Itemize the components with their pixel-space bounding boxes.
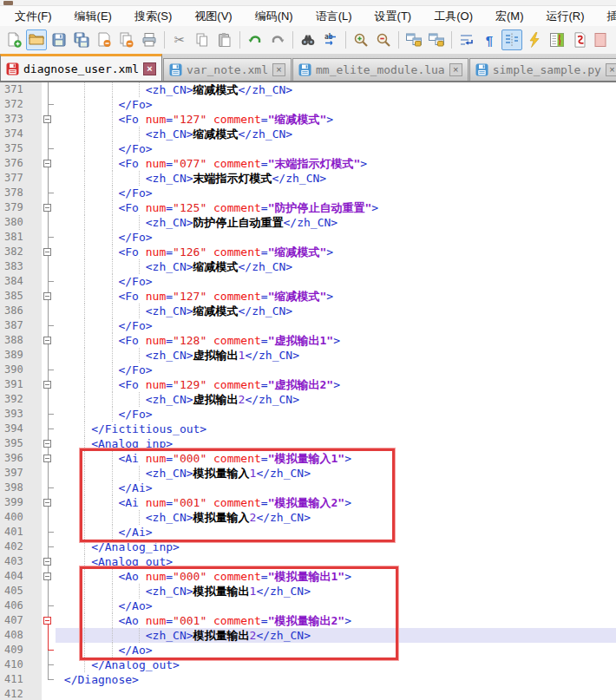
current-line-text[interactable]: <zh_CN>模拟量输出2</zh_CN> xyxy=(56,628,616,643)
cut-icon[interactable]: ✂ xyxy=(169,29,190,50)
fold-margin[interactable] xyxy=(42,525,56,540)
find-icon[interactable] xyxy=(298,29,318,50)
fold-toggle-icon[interactable] xyxy=(43,337,51,344)
fold-margin[interactable] xyxy=(42,259,56,274)
show-all-characters-icon[interactable]: ¶ xyxy=(479,29,500,50)
fold-margin[interactable] xyxy=(42,127,56,141)
code-text[interactable]: </Ao> xyxy=(56,643,616,657)
fold-margin[interactable] xyxy=(42,215,56,230)
fold-margin[interactable] xyxy=(42,628,56,643)
redo-icon[interactable] xyxy=(267,29,288,50)
tab-close-icon[interactable]: × xyxy=(272,63,285,76)
fold-toggle-icon[interactable] xyxy=(43,440,51,448)
menu-item[interactable]: 工具(O) xyxy=(423,7,484,26)
fold-margin[interactable] xyxy=(42,510,56,525)
fold-margin[interactable] xyxy=(42,304,56,318)
print-icon[interactable] xyxy=(139,29,160,50)
tab-close-icon[interactable]: × xyxy=(606,63,616,76)
code-text[interactable]: </Ai> xyxy=(56,525,616,540)
menu-item[interactable]: 宏(M) xyxy=(484,7,535,26)
macro-record-icon[interactable] xyxy=(569,29,590,50)
fold-margin[interactable] xyxy=(42,495,56,510)
fold-margin[interactable] xyxy=(42,422,56,436)
code-text[interactable]: <Fo num="127" comment="缩减模式"> xyxy=(56,289,616,304)
code-text[interactable]: <zh_CN>末端指示灯模式</zh_CN> xyxy=(56,171,616,186)
code-text[interactable]: </Ao> xyxy=(56,599,616,613)
code-text[interactable]: </Fo> xyxy=(56,230,616,245)
fold-toggle-icon[interactable] xyxy=(43,381,51,389)
fold-margin[interactable] xyxy=(42,643,56,657)
replace-icon[interactable]: ab xyxy=(320,29,341,50)
fold-margin[interactable] xyxy=(42,657,56,672)
code-text[interactable]: <Fo num="128" comment="虚拟输出1"> xyxy=(56,333,616,348)
menu-item[interactable]: 语言(L) xyxy=(305,7,364,26)
fold-margin[interactable] xyxy=(42,481,56,495)
code-text[interactable]: <zh_CN>模拟量输出1</zh_CN> xyxy=(56,584,616,599)
zoom-in-icon[interactable] xyxy=(351,29,371,50)
fold-margin[interactable] xyxy=(42,186,56,200)
code-text[interactable]: <Fo num="077" comment="末端指示灯模式"> xyxy=(56,156,616,171)
word-wrap-icon[interactable] xyxy=(456,29,477,50)
fold-margin[interactable] xyxy=(42,672,56,687)
tab-mm_elite_module.lua[interactable]: mm_elite_module.lua× xyxy=(292,58,469,81)
fold-toggle-icon[interactable] xyxy=(43,160,51,167)
fold-margin[interactable] xyxy=(42,392,56,407)
menu-item[interactable]: 编辑(E) xyxy=(63,7,123,26)
code-text[interactable]: </Diagnose> xyxy=(56,672,616,687)
new-file-icon[interactable] xyxy=(3,29,24,50)
paste-icon[interactable] xyxy=(214,29,235,50)
fold-margin[interactable] xyxy=(42,171,56,186)
tab-close-icon[interactable]: × xyxy=(143,62,156,75)
tab-simple_sample.py[interactable]: simple_sample.py× xyxy=(469,58,616,81)
code-text[interactable]: </Fo> xyxy=(56,97,616,112)
code-text[interactable]: <zh_CN>模拟量输入2</zh_CN> xyxy=(56,510,616,525)
code-text[interactable]: <Fo num="126" comment="缩减模式"> xyxy=(56,245,616,259)
fold-margin[interactable] xyxy=(42,318,56,333)
close-icon[interactable] xyxy=(94,29,115,50)
menu-item[interactable]: 搜索(S) xyxy=(123,7,183,26)
fold-toggle-icon[interactable] xyxy=(43,499,51,507)
code-text[interactable]: <Fo num="127" comment="缩减模式"> xyxy=(56,112,616,127)
code-text[interactable]: <Analog_inp> xyxy=(56,436,616,451)
tab-var_note.xml[interactable]: var_note.xml× xyxy=(163,58,292,81)
fold-margin[interactable] xyxy=(42,348,56,363)
copy-icon[interactable] xyxy=(192,29,213,50)
menu-item[interactable]: 编码(N) xyxy=(244,7,305,26)
code-text[interactable] xyxy=(56,687,616,700)
save-all-icon[interactable] xyxy=(71,29,92,50)
fold-margin[interactable] xyxy=(42,599,56,613)
fold-margin[interactable] xyxy=(42,436,56,451)
fold-toggle-icon[interactable] xyxy=(43,455,51,462)
fold-margin[interactable] xyxy=(42,230,56,245)
show-indent-guide-icon[interactable] xyxy=(501,29,522,50)
code-text[interactable]: </Fo> xyxy=(56,186,616,200)
code-text[interactable]: <Ai num="001" comment="模拟量输入2"> xyxy=(56,495,616,510)
fold-margin[interactable] xyxy=(42,112,56,127)
code-text[interactable]: <Ao num="000" comment="模拟量输出1"> xyxy=(56,569,616,584)
code-text[interactable]: <zh_CN>缩减模式</zh_CN> xyxy=(56,304,616,318)
fold-margin[interactable] xyxy=(42,141,56,156)
fold-margin[interactable] xyxy=(42,156,56,171)
fold-margin[interactable] xyxy=(42,274,56,289)
code-editor[interactable]: 371 <zh_CN>缩减模式</zh_CN>372 </Fo>373 <Fo … xyxy=(0,82,616,700)
fold-toggle-icon[interactable] xyxy=(43,558,51,566)
tab-diagnose_user.xml[interactable]: diagnose_user.xml× xyxy=(0,54,162,81)
menu-item[interactable]: 运行(R) xyxy=(534,7,595,26)
fold-margin[interactable] xyxy=(42,407,56,422)
fold-toggle-icon[interactable] xyxy=(43,572,51,580)
code-text[interactable]: <Ao num="001" comment="模拟量输出2"> xyxy=(56,613,616,628)
menu-item[interactable]: 文件(F) xyxy=(3,7,63,26)
fold-toggle-icon[interactable] xyxy=(43,115,51,123)
save-icon[interactable] xyxy=(49,29,69,50)
fold-margin[interactable] xyxy=(42,333,56,348)
tab-close-icon[interactable]: × xyxy=(449,63,462,76)
fold-margin[interactable] xyxy=(42,554,56,569)
fold-margin[interactable] xyxy=(42,245,56,259)
fold-margin[interactable] xyxy=(42,363,56,377)
code-text[interactable]: <Fo num="125" comment="防护停止自动重置"> xyxy=(56,200,616,215)
code-text[interactable]: </Fo> xyxy=(56,407,616,422)
fold-toggle-icon[interactable] xyxy=(43,248,51,256)
code-text[interactable]: <zh_CN>防护停止自动重置</zh_CN> xyxy=(56,215,616,230)
function-list-icon[interactable] xyxy=(524,29,545,50)
menu-item[interactable]: 设置(T) xyxy=(364,7,423,26)
